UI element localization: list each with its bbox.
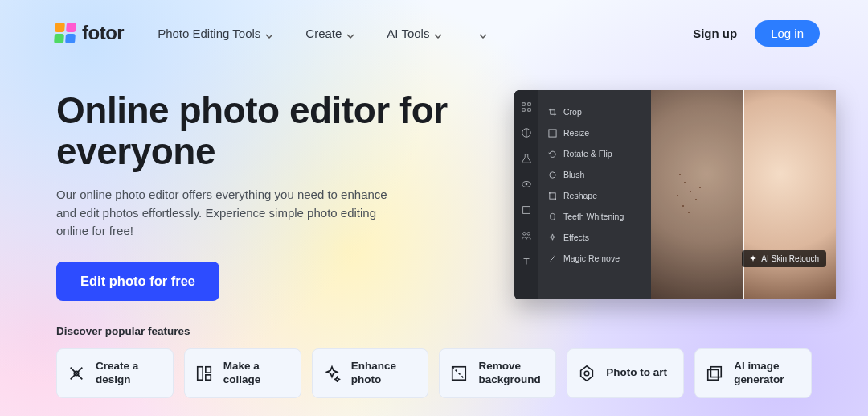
feature-create-design[interactable]: Create a design: [56, 348, 174, 398]
hero-illustration: Crop Resize Rotate & Flip Blush Reshape: [514, 90, 836, 301]
frame-icon: [521, 204, 532, 216]
feature-photo-to-art[interactable]: Photo to art: [567, 348, 684, 398]
chevron-down-icon: [346, 29, 354, 37]
text-icon: [521, 256, 532, 267]
feature-label: Photo to art: [606, 366, 667, 380]
svg-rect-14: [206, 375, 211, 380]
tool-label: Resize: [563, 128, 589, 138]
feature-ai-image-generator[interactable]: AI image generator: [694, 348, 812, 398]
feature-label: Create a design: [96, 360, 162, 387]
mock-tool-list: Crop Resize Rotate & Flip Blush Reshape: [538, 90, 651, 299]
signup-link[interactable]: Sign up: [693, 27, 737, 40]
nav-label: AI Tools: [387, 27, 429, 40]
svg-point-10: [555, 198, 556, 200]
tool-label: Effects: [563, 233, 589, 242]
header: fotor Photo Editing Tools Create AI Tool…: [0, 0, 868, 51]
blush-icon: [548, 171, 557, 179]
chevron-down-icon: [434, 29, 442, 37]
nav-create[interactable]: Create: [305, 27, 354, 40]
wand-icon: [548, 254, 557, 263]
design-icon: [68, 365, 85, 382]
crop-icon: [548, 108, 557, 117]
nav-more[interactable]: [474, 29, 487, 37]
brand-name: fotor: [82, 22, 124, 44]
nav-photo-editing-tools[interactable]: Photo Editing Tools: [158, 27, 273, 40]
chevron-down-icon: [479, 29, 487, 37]
rotate-icon: [548, 150, 557, 159]
svg-point-5: [527, 233, 530, 236]
hero-description: Our online photo editor offers everythin…: [56, 186, 410, 241]
sparkle-icon: [749, 255, 757, 263]
mock-left-rail: [514, 90, 538, 299]
reshape-icon: [548, 192, 557, 200]
feature-row: Create a design Make a collage Enhance p…: [56, 348, 812, 398]
svg-rect-12: [198, 366, 203, 380]
tool-blush[interactable]: Blush: [538, 164, 651, 185]
mock-photo-preview: AI Skin Retouch: [651, 90, 836, 299]
sparkle-icon: [548, 233, 557, 242]
hero-title: Online photo editor for everyone: [56, 90, 490, 171]
svg-rect-8: [550, 192, 555, 198]
feature-enhance-photo[interactable]: Enhance photo: [312, 348, 429, 398]
svg-point-9: [549, 192, 551, 193]
resize-icon: [548, 129, 557, 138]
stack-icon: [706, 365, 723, 382]
eye-icon: [521, 179, 532, 190]
brand-logo-mark: [54, 23, 76, 43]
tool-resize[interactable]: Resize: [538, 122, 651, 143]
feature-remove-background[interactable]: Remove background: [439, 348, 556, 398]
svg-point-4: [523, 233, 526, 236]
background-remove-icon: [450, 365, 468, 382]
teeth-icon: [548, 212, 557, 221]
nav-ai-tools[interactable]: AI Tools: [387, 27, 442, 40]
ai-skin-retouch-chip[interactable]: AI Skin Retouch: [742, 250, 826, 267]
sparkle-icon: [323, 365, 341, 382]
people-icon: [521, 230, 532, 241]
features-heading: Discover popular features: [56, 325, 812, 337]
svg-rect-17: [711, 366, 722, 377]
tool-label: Magic Remove: [563, 253, 620, 263]
features-section: Discover popular features Create a desig…: [0, 301, 868, 398]
svg-rect-3: [523, 207, 530, 214]
main-nav: Photo Editing Tools Create AI Tools: [158, 27, 487, 40]
brand-logo[interactable]: fotor: [55, 22, 124, 44]
svg-rect-6: [549, 129, 556, 136]
feature-label: Enhance photo: [351, 360, 418, 387]
art-icon: [578, 365, 596, 382]
feature-label: AI image generator: [734, 360, 800, 387]
grid-icon: [521, 101, 532, 113]
nav-label: Photo Editing Tools: [158, 27, 260, 40]
feature-label: Make a collage: [223, 360, 290, 387]
svg-rect-18: [708, 369, 719, 380]
tool-label: Reshape: [563, 191, 597, 200]
feature-make-collage[interactable]: Make a collage: [184, 348, 301, 398]
chip-label: AI Skin Retouch: [761, 254, 819, 263]
svg-point-16: [585, 371, 590, 376]
tool-label: Crop: [563, 107, 582, 117]
tool-reshape[interactable]: Reshape: [538, 185, 651, 206]
tool-effects[interactable]: Effects: [538, 227, 651, 248]
login-button[interactable]: Log in: [755, 20, 820, 47]
tool-label: Teeth Whitening: [563, 212, 624, 221]
flask-icon: [521, 153, 532, 164]
tool-magic-remove[interactable]: Magic Remove: [538, 248, 651, 269]
edit-photo-button[interactable]: Edit photo for free: [56, 262, 219, 301]
chevron-down-icon: [265, 29, 273, 37]
mock-editor: Crop Resize Rotate & Flip Blush Reshape: [514, 90, 836, 299]
hero: Online photo editor for everyone Our onl…: [0, 51, 868, 301]
tool-crop[interactable]: Crop: [538, 101, 651, 122]
svg-point-2: [526, 183, 528, 186]
adjust-icon: [521, 127, 532, 138]
collage-icon: [195, 365, 213, 382]
tool-label: Rotate & Flip: [563, 149, 612, 159]
feature-label: Remove background: [478, 360, 545, 387]
tool-teeth-whitening[interactable]: Teeth Whitening: [538, 206, 651, 227]
svg-rect-13: [206, 366, 211, 372]
tool-label: Blush: [563, 170, 584, 179]
tool-rotate[interactable]: Rotate & Flip: [538, 143, 651, 164]
hero-copy: Online photo editor for everyone Our onl…: [56, 90, 490, 301]
svg-point-7: [550, 171, 555, 177]
nav-label: Create: [305, 27, 342, 40]
